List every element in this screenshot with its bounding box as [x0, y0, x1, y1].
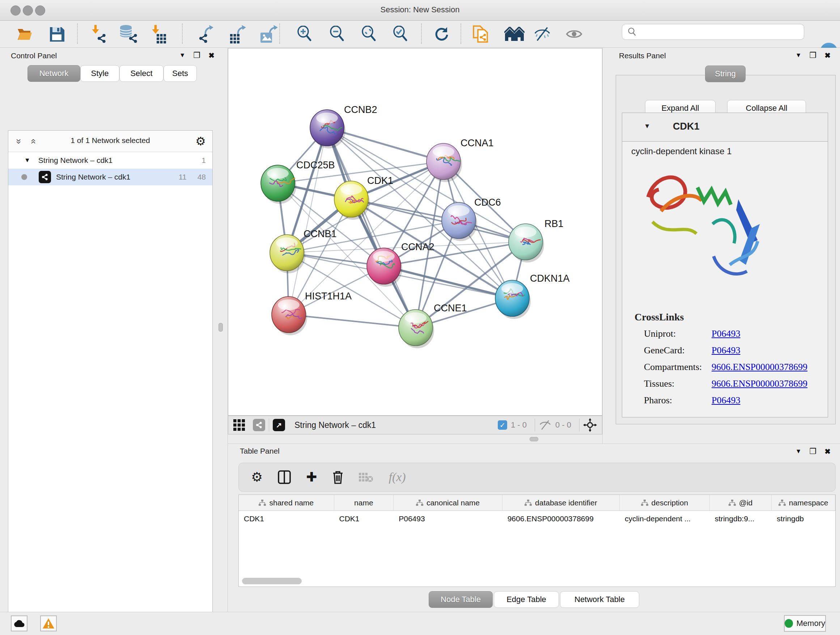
- collection-label: String Network – cdk1: [38, 156, 112, 165]
- crosslink-label: Uniprot:: [644, 328, 676, 339]
- memory-button[interactable]: Memory: [784, 615, 826, 632]
- column-header-name[interactable]: name: [334, 495, 394, 510]
- zoom-fit-button[interactable]: [358, 22, 380, 46]
- column-header-database-identifier[interactable]: database identifier: [502, 495, 620, 510]
- import-table-file-button[interactable]: [146, 22, 169, 46]
- panel-close-icon[interactable]: ✖: [208, 51, 215, 60]
- tab-network[interactable]: Network: [27, 65, 80, 82]
- network-selection-status: 1 of 1 Network selected: [8, 136, 212, 145]
- status-bar: Memory: [0, 612, 840, 635]
- pan-crosshair-icon[interactable]: [583, 418, 597, 432]
- warnings-button[interactable]: [40, 616, 57, 631]
- export-network-button[interactable]: [195, 22, 218, 46]
- crosslink-uniprot[interactable]: P06493: [712, 328, 740, 339]
- table-cell[interactable]: P06493: [393, 511, 502, 527]
- table-horizontal-scrollbar[interactable]: [240, 578, 834, 584]
- export-table-icon: [229, 25, 248, 43]
- panel-maximize-icon[interactable]: ❒: [194, 51, 201, 60]
- save-session-button[interactable]: [46, 22, 68, 46]
- network-node-CDK1[interactable]: CDK1: [334, 175, 393, 220]
- crosslink-pharos[interactable]: P06493: [712, 395, 740, 406]
- panel-maximize-icon[interactable]: ❒: [810, 51, 817, 60]
- tab-node-table[interactable]: Node Table: [429, 591, 493, 608]
- birds-eye-grid-icon[interactable]: [233, 419, 245, 431]
- tab-sets[interactable]: Sets: [164, 65, 197, 82]
- zoom-in-button[interactable]: [294, 22, 316, 46]
- selected-checkbox-icon[interactable]: ✓: [498, 420, 507, 430]
- collection-expand-icon[interactable]: ▼: [24, 157, 30, 164]
- table-cell[interactable]: cyclin-dependent ...: [620, 511, 710, 527]
- network-node-CDC25B[interactable]: CDC25B: [261, 160, 335, 204]
- panel-float-icon[interactable]: ▼: [796, 52, 802, 59]
- panel-close-icon[interactable]: ✖: [824, 447, 831, 456]
- table-row[interactable]: CDK1CDK1P064939606.ENSP00000378699cyclin…: [239, 511, 835, 527]
- import-network-icon: [88, 25, 107, 43]
- crosslink-compartments[interactable]: 9606.ENSP00000378699: [712, 362, 807, 372]
- column-header-description[interactable]: description: [620, 495, 710, 510]
- table-cell[interactable]: stringdb:9...: [710, 511, 772, 527]
- houses-icon: [504, 27, 524, 42]
- tab-style[interactable]: Style: [80, 65, 119, 82]
- table-cell[interactable]: CDK1: [239, 511, 334, 527]
- network-collection-row[interactable]: ▼ String Network – cdk1 1: [8, 152, 212, 169]
- export-table-button[interactable]: [227, 22, 249, 46]
- network-share-icon[interactable]: [253, 419, 265, 431]
- search-input[interactable]: [639, 27, 804, 36]
- network-node-CDC6[interactable]: CDC6: [442, 197, 501, 241]
- column-header-canonical-name[interactable]: canonical name: [393, 495, 502, 510]
- network-node-CCNA1[interactable]: CCNA1: [426, 138, 494, 182]
- open-in-window-icon[interactable]: ↗: [273, 419, 285, 431]
- control-panel: Control Panel ▼ ❒ ✖ Network Style Select…: [0, 48, 228, 612]
- collapse-section-icon[interactable]: ▼: [644, 122, 651, 130]
- delete-column-trash-icon[interactable]: [332, 470, 344, 484]
- refresh-button[interactable]: [431, 22, 453, 46]
- table-cell[interactable]: 9606.ENSP00000378699: [502, 511, 620, 527]
- duplicate-network-button[interactable]: [470, 22, 492, 46]
- window-title-bar: Session: New Session: [0, 0, 840, 21]
- scrollbar-thumb[interactable]: [242, 578, 302, 584]
- zoom-out-button[interactable]: [326, 22, 348, 46]
- protein-card-header[interactable]: ▼ CDK1: [622, 113, 828, 141]
- horizontal-splitter-handle[interactable]: [530, 437, 538, 441]
- panel-close-icon[interactable]: ✖: [824, 51, 831, 60]
- column-type-tree-icon: [641, 500, 648, 506]
- table-cell[interactable]: stringdb: [772, 511, 835, 527]
- table-cell[interactable]: CDK1: [334, 511, 394, 527]
- network-edge-CCNB2-HIST1H1A[interactable]: [289, 128, 327, 315]
- panel-float-icon[interactable]: ▼: [180, 52, 186, 59]
- crosslink-genecard[interactable]: P06493: [712, 345, 740, 356]
- network-node-CCNB2[interactable]: CCNB2: [310, 104, 377, 149]
- crosslink-label: GeneCard:: [644, 345, 685, 356]
- column-header-namespace[interactable]: namespace: [772, 495, 835, 510]
- network-row[interactable]: String Network – cdk1 11 48: [8, 169, 212, 185]
- import-network-database-button[interactable]: [117, 22, 140, 46]
- panel-float-icon[interactable]: ▼: [796, 448, 802, 455]
- network-node-CCNE1[interactable]: CCNE1: [399, 302, 467, 348]
- show-all-button[interactable]: [563, 22, 585, 46]
- panel-maximize-icon[interactable]: ❒: [810, 447, 817, 456]
- tab-edge-table[interactable]: Edge Table: [494, 591, 559, 608]
- table-settings-gear-icon[interactable]: ⚙: [251, 470, 263, 485]
- hide-selected-button[interactable]: [531, 22, 554, 46]
- network-canvas[interactable]: CCNB2CCNA1CDC25BCDK1CDC6RB1CCNB1CCNA2CDK…: [228, 48, 602, 416]
- tab-select[interactable]: Select: [119, 65, 164, 82]
- first-neighbors-button[interactable]: [503, 22, 526, 46]
- column-header-shared-name[interactable]: shared name: [239, 495, 334, 510]
- network-options-gear-icon[interactable]: ⚙: [195, 134, 206, 148]
- tab-network-table[interactable]: Network Table: [560, 591, 639, 608]
- cloud-services-button[interactable]: [11, 616, 27, 631]
- export-image-button[interactable]: [258, 22, 280, 46]
- vertical-splitter-handle[interactable]: [218, 323, 223, 332]
- show-columns-icon[interactable]: [278, 470, 291, 484]
- crosslink-tissues[interactable]: 9606.ENSP00000378699: [712, 378, 807, 389]
- import-network-file-button[interactable]: [87, 22, 109, 46]
- network-node-CDKN1A[interactable]: CDKN1A: [495, 273, 570, 319]
- zoom-selected-button[interactable]: [389, 22, 412, 46]
- hidden-eye-icon[interactable]: [538, 420, 552, 430]
- column-header--id[interactable]: @id: [710, 495, 772, 510]
- network-node-RB1[interactable]: RB1: [508, 218, 564, 263]
- add-column-icon[interactable]: ✚: [306, 470, 317, 485]
- network-node-HIST1H1A[interactable]: HIST1H1A: [272, 291, 352, 335]
- tab-string[interactable]: String: [705, 65, 745, 82]
- open-session-button[interactable]: [14, 22, 36, 46]
